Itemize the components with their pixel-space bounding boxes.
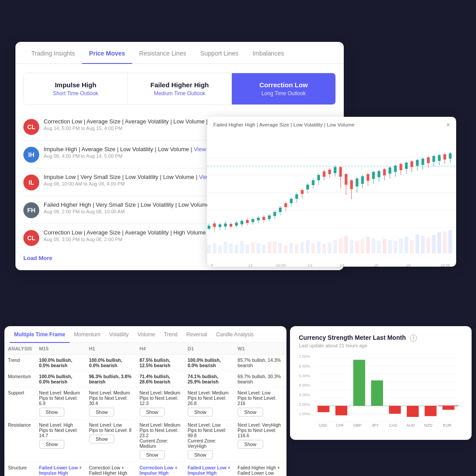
move-title-2: Impulse Low | Very Small Size | Low Vola… (44, 174, 211, 180)
svg-rect-78 (279, 208, 282, 212)
resistance-show-h4[interactable]: Show (140, 450, 165, 459)
cat-failed-higher-high-sub: Medium Time Outlook (132, 90, 227, 97)
svg-rect-44 (416, 234, 419, 253)
td-resistance-label: Resistance (4, 420, 36, 462)
td-resistance-d1: Next Level: Low Pips to Next Level: 99.8… (184, 420, 234, 462)
tab-support-lines[interactable]: Support Lines (193, 42, 245, 64)
resistance-show-m15[interactable]: Show (39, 440, 65, 449)
td-structure-m15: Failed Lower Low + Impulse High Low Volu… (36, 462, 86, 476)
th-h4: H4 (136, 343, 184, 355)
svg-rect-23 (300, 242, 304, 253)
svg-text:15: 15 (374, 263, 378, 267)
move-date-4: Aug 05, 3:00 PM to Aug 06, 2:00 PM (44, 237, 223, 242)
td-momentum-h1: 96.3% bullish, 3.8% bearish (86, 371, 136, 387)
table-row-momentum: Momentum 100.0% bullish, 0.0% bearish 96… (4, 371, 286, 387)
td-structure-w1: Failed Higher High + Failed Lower Low Av… (234, 462, 286, 476)
td-momentum-d1: 74.1% bullish, 25.9% bearish (184, 371, 234, 387)
btab-candle-analysis[interactable]: Candle Analysis (212, 326, 258, 343)
td-resistance-m15: Next Level: High Pips to Next Level: 14.… (36, 420, 86, 462)
svg-rect-40 (394, 241, 397, 253)
tab-imbalances[interactable]: Imbalances (245, 42, 291, 64)
btab-reversal[interactable]: Reversal (182, 326, 212, 343)
svg-rect-58 (224, 223, 227, 227)
label-cad: CAD (389, 423, 398, 428)
move-date-2: Aug 08, 10:00 AM to Aug 08, 4:00 PM (44, 181, 211, 186)
chart-close-button[interactable]: × (446, 121, 450, 128)
svg-rect-76 (273, 212, 276, 216)
td-structure-label: Structure (4, 462, 36, 476)
svg-rect-18 (273, 241, 276, 253)
td-trend-h4: 87.5% bullish, 12.5% bearish (136, 355, 184, 371)
resistance-show-d1[interactable]: Show (188, 450, 213, 459)
td-trend-h1: 100.0% bullish, 0.0% bearish (86, 355, 136, 371)
svg-rect-46 (427, 238, 430, 253)
svg-rect-45 (421, 236, 424, 253)
svg-rect-70 (257, 218, 260, 220)
support-show-m15[interactable]: Show (39, 408, 65, 416)
csm-svg: USD CHF GBP JPY CAD AUD NZD EUR -1.00% -… (316, 354, 458, 431)
th-d1: D1 (184, 343, 234, 355)
tab-trading-insights[interactable]: Trading Insights (24, 42, 82, 64)
category-row: Impulse High Short Time Outlook Failed H… (23, 73, 336, 105)
btab-volume[interactable]: Volume (133, 326, 160, 343)
info-icon: i (410, 335, 417, 342)
cat-correction-low-title: Correction Low (236, 81, 331, 89)
tab-resistance-lines[interactable]: Resistance Lines (132, 42, 193, 64)
svg-rect-116 (383, 169, 386, 175)
th-w1: W1 (234, 343, 286, 355)
bar-cad (389, 406, 401, 414)
svg-text:18:00: 18:00 (440, 263, 450, 267)
support-show-d1[interactable]: Show (188, 408, 213, 416)
cat-correction-low[interactable]: Correction Low Long Time Outlook (232, 73, 335, 104)
svg-rect-100 (339, 167, 342, 177)
resistance-show-w1[interactable]: Show (238, 440, 263, 449)
btab-momentum[interactable]: Momentum (70, 326, 105, 343)
tab-bar: Trading Insights Price Moves Resistance … (15, 42, 344, 64)
chart-header: Failed Higher High | Average Size | Low … (207, 117, 456, 131)
svg-rect-122 (399, 164, 402, 170)
move-title-0: Correction Low | Average Size | Average … (44, 118, 222, 125)
avatar-0: CL (23, 119, 39, 135)
svg-rect-80 (284, 203, 287, 207)
btab-volatility[interactable]: Volatility (105, 326, 133, 343)
view-link-1[interactable]: View (194, 146, 206, 152)
svg-rect-114 (378, 171, 380, 177)
btab-trend[interactable]: Trend (160, 326, 182, 343)
svg-rect-24 (306, 240, 309, 253)
td-momentum-w1: 69.7% bullish, 30.3% bearish (234, 371, 286, 387)
svg-rect-14 (251, 242, 255, 253)
svg-rect-60 (230, 224, 232, 227)
cat-impulse-high[interactable]: Impulse High Short Time Outlook (24, 73, 128, 104)
btab-multiple-time-frame[interactable]: Multiple Time Frame (10, 326, 70, 343)
support-show-h4[interactable]: Show (140, 408, 165, 416)
td-resistance-w1: Next Level: VeryHigh Pips to Next Level:… (234, 420, 286, 462)
chart-header-text: Failed Higher High | Average Size | Low … (213, 122, 354, 127)
avatar-4: CL (23, 230, 39, 246)
svg-rect-90 (312, 180, 314, 185)
tab-price-moves[interactable]: Price Moves (82, 42, 132, 64)
td-momentum-m15: 100.0% bullish, 0.0% bearish (36, 371, 86, 387)
y-axis-labels: 7.00% 6.00% 5.00% 4.00% 3.00% 2.00% 1.00… (299, 354, 313, 416)
table-row-resistance: Resistance Next Level: High Pips to Next… (4, 420, 286, 462)
avatar-3: FH (23, 202, 39, 218)
svg-text:10:00: 10:00 (276, 263, 286, 267)
support-show-w1[interactable]: Show (238, 408, 263, 416)
cat-failed-higher-high[interactable]: Failed Higher High Medium Time Outlook (128, 73, 232, 104)
svg-rect-12 (240, 241, 244, 253)
td-momentum-h4: 71.4% bullish, 28.6% bearish (136, 371, 184, 387)
td-structure-h1: Correction Low + Failed Higher High Low … (86, 462, 136, 476)
td-support-h4: Next Level: Medium Pips to Next Level: 1… (136, 387, 184, 420)
move-date-3: Aug 08, 2:00 PM to Aug 08, 10:00 AM (44, 209, 227, 214)
svg-rect-68 (252, 219, 254, 222)
bottom-left-card: Multiple Time Frame Momentum Volatility … (4, 326, 286, 476)
support-show-h1[interactable]: Show (89, 408, 115, 416)
resistance-show-h1[interactable]: Show (89, 435, 115, 443)
svg-rect-52 (208, 226, 210, 229)
svg-rect-126 (410, 161, 413, 167)
svg-text:13: 13 (308, 263, 312, 267)
table-row-trend: Trend 100.0% bullish, 0.0% bearish 100.0… (4, 355, 286, 371)
svg-rect-10 (229, 244, 233, 253)
csm-subtitle: Last update about 21 hours ago (299, 343, 463, 348)
svg-rect-20 (284, 245, 287, 253)
td-support-label: Support (4, 387, 36, 420)
